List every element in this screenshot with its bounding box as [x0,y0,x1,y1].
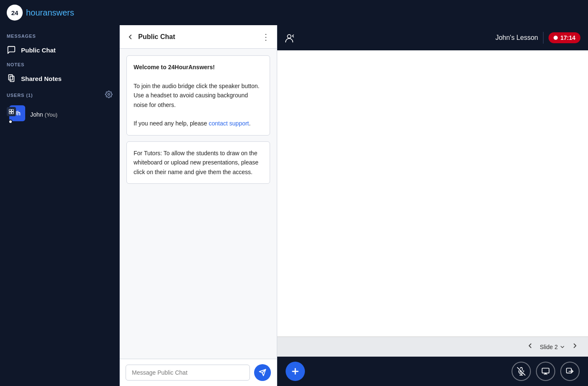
whiteboard-canvas[interactable] [277,50,588,336]
svg-rect-5 [9,112,11,114]
chat-input-area [120,359,277,386]
slide-nav-bar: Slide 2 [277,336,588,357]
sidebar: MESSAGES Public Chat NOTES Shared Notes … [0,25,120,386]
user-name: John (You) [30,111,58,118]
slide-next-button[interactable] [569,340,581,353]
chevron-left-icon [526,342,534,349]
chat-icon [7,45,16,55]
whiteboard-area: John's Lesson 17:14 Slide 2 [277,25,588,386]
user-icon [8,109,14,115]
notes-icon [7,74,16,83]
chat-panel: Public Chat ⋮ Welcome to 24HourAnswers! … [120,25,277,386]
rec-dot [554,36,558,40]
logo-number: 24 [11,9,18,16]
recording-badge: 17:14 [549,32,580,43]
message1-line2: To join the audio bridge click the speak… [134,81,263,110]
mute-icon [517,367,525,376]
shared-notes-label: Shared Notes [21,75,62,82]
svg-rect-1 [10,76,14,82]
avatar-wrap: Jh [7,105,25,124]
message2-text: For Tutors: To allow the students to dra… [134,149,263,177]
contact-support-link[interactable]: contact support [209,120,249,127]
sidebar-item-public-chat[interactable]: Public Chat [0,41,119,59]
lesson-title: John's Lesson [495,34,538,42]
welcome-text-bold: Welcome to 24HourAnswers! [134,64,215,70]
whiteboard-topbar: John's Lesson 17:14 [277,25,588,50]
participants-button[interactable] [285,33,297,43]
main-layout: MESSAGES Public Chat NOTES Shared Notes … [0,25,588,386]
plus-icon [291,367,300,376]
message1-line4: If you need any help, please contact sup… [134,119,263,128]
slide-dropdown-button[interactable]: Slide 2 [540,344,565,350]
public-chat-label: Public Chat [21,47,56,54]
svg-point-2 [108,94,110,96]
chat-back-button[interactable] [126,33,134,41]
svg-point-9 [287,34,291,38]
users-header: USERS (1) [0,87,119,102]
send-icon [259,369,266,376]
slide-label: Slide 2 [540,344,558,350]
participants-icon [285,33,297,43]
logo-circle: 24 [7,5,23,21]
logo-text: houranswers [26,8,74,18]
screen-share-button[interactable] [536,362,555,381]
chat-more-button[interactable]: ⋮ [262,33,270,41]
leave-button[interactable] [560,362,580,381]
logo-area: 24 houranswers [7,5,74,21]
users-section-label: USERS (1) [7,93,33,98]
avatar-icon-bg [7,107,16,116]
svg-rect-15 [542,368,549,373]
leave-icon [566,367,574,376]
add-button[interactable] [286,362,305,381]
svg-rect-6 [12,112,14,114]
user-list-item[interactable]: Jh John (You) [0,102,119,127]
bottom-toolbar [277,357,588,386]
svg-rect-0 [9,75,13,80]
notes-section-label: NOTES [0,59,119,70]
chevron-right-icon [571,342,579,349]
top-bar: 24 houranswers [0,0,588,25]
chevron-down-icon [559,344,565,350]
recording-time: 17:14 [560,34,575,41]
chat-header: Public Chat ⋮ [120,25,277,49]
sidebar-item-shared-notes[interactable]: Shared Notes [0,70,119,87]
chat-messages: Welcome to 24HourAnswers! To join the au… [120,49,277,359]
svg-rect-17 [567,368,572,373]
chat-send-button[interactable] [254,364,271,381]
users-settings-button[interactable] [105,91,113,99]
svg-rect-3 [9,110,11,112]
logo-part1: hour [26,8,43,17]
chat-panel-title: Public Chat [138,33,175,41]
screen-share-icon [541,367,550,376]
svg-rect-4 [12,110,14,112]
messages-section-label: MESSAGES [0,30,119,41]
back-arrow-icon [126,33,134,41]
mute-button[interactable] [512,362,531,381]
logo-part2: answers [43,8,74,17]
chat-message-2: For Tutors: To allow the students to dra… [126,141,270,184]
chat-message-1: Welcome to 24HourAnswers! To join the au… [126,55,270,136]
gear-icon [105,91,113,98]
app-name-text: 24HourAnswers [168,64,213,70]
slide-prev-button[interactable] [524,340,536,353]
user-status-dot [8,120,13,124]
separator [543,32,543,44]
chat-message-input[interactable] [126,365,250,381]
chat-header-left: Public Chat [126,33,175,41]
